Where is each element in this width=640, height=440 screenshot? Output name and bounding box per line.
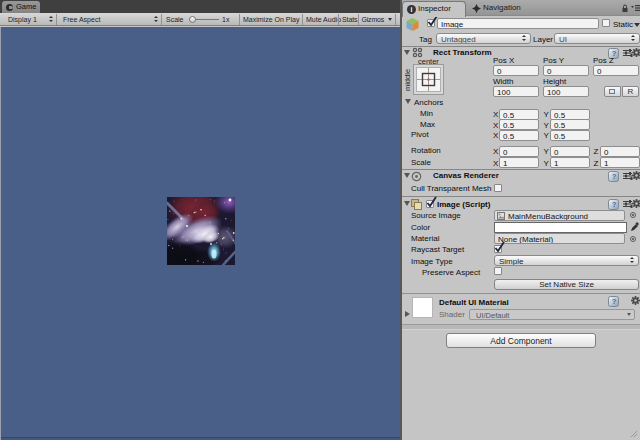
svg-text:i: i <box>411 6 413 13</box>
